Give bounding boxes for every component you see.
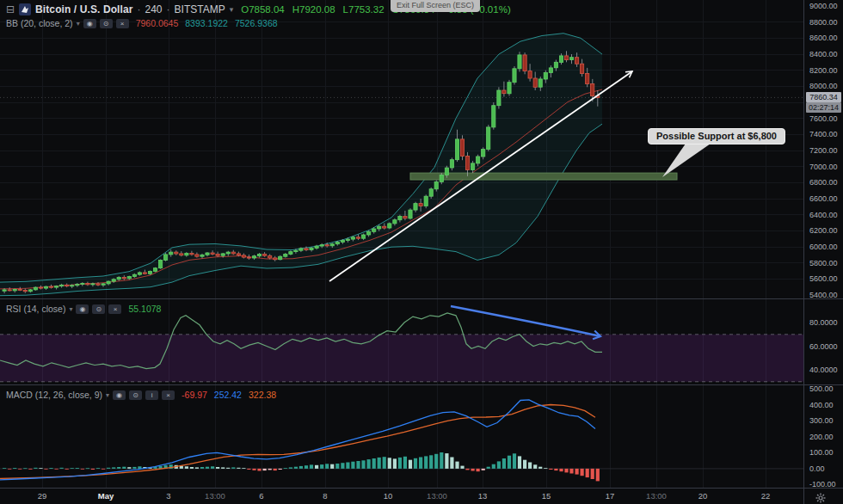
rsi-axis-label: 80.0000 — [809, 318, 838, 327]
chart-canvas[interactable] — [0, 0, 843, 504]
bb-indicator-values: 7960.06458393.19227526.9368 — [136, 18, 278, 28]
gear-icon[interactable]: ⊙ — [129, 390, 142, 400]
price-axis-label: 8400.00 — [809, 50, 838, 58]
macd-indicator-values: -69.97252.42322.38 — [182, 390, 276, 400]
price-axis-label: 6000.00 — [809, 243, 838, 251]
chevron-down-icon[interactable]: ▾ — [106, 391, 109, 399]
support-zone-drawing[interactable] — [410, 173, 677, 180]
time-axis-label: May — [87, 491, 125, 501]
price-axis-label: 7000.00 — [809, 163, 838, 171]
gear-icon[interactable]: ⊙ — [100, 19, 113, 28]
eye-icon[interactable]: ◉ — [76, 304, 89, 314]
bar-countdown-badge: 02:27:14 — [806, 102, 841, 113]
chevron-down-icon[interactable]: ▾ — [77, 20, 80, 28]
close-icon[interactable]: × — [116, 19, 129, 28]
interval-label[interactable]: 240 — [145, 3, 163, 15]
macd-series — [0, 400, 803, 482]
time-axis-label: 13:00 — [196, 491, 234, 501]
time-axis-label: 3 — [150, 491, 188, 501]
rsi-arrow-drawing[interactable] — [451, 306, 600, 336]
pane-dividers — [0, 0, 843, 504]
price-axis-label: 6800.00 — [809, 178, 838, 187]
macd-axis-label: 0.00 — [809, 464, 825, 473]
close-icon[interactable]: × — [108, 304, 121, 314]
time-axis[interactable]: 29May313:00681013:0013151713:002022 — [0, 489, 843, 504]
rsi-series — [0, 313, 803, 382]
macd-axis-label: 100.00 — [809, 448, 834, 457]
time-axis-label: 20 — [684, 491, 722, 501]
high-value: H7920.08 — [292, 4, 335, 15]
chevron-down-icon[interactable]: ▾ — [230, 5, 234, 14]
time-axis-label: 13:00 — [418, 491, 456, 501]
eye-icon[interactable]: ◉ — [113, 390, 126, 400]
bollinger-bands-series — [0, 34, 602, 296]
exit-fullscreen-tooltip: Exit Full Screen (ESC) — [391, 0, 480, 12]
chevron-down-icon[interactable]: ▾ — [69, 305, 72, 313]
macd-axis-label: -100.00 — [809, 480, 836, 489]
exchange-label[interactable]: BITSTAMP — [175, 3, 225, 15]
time-axis-label: 17 — [591, 491, 629, 501]
price-axis-label: 8600.00 — [809, 34, 838, 42]
time-axis-label: 13 — [464, 491, 501, 501]
last-price-badge: 7860.34 — [806, 92, 841, 102]
macd-axis-label: 500.00 — [809, 384, 834, 393]
indicator-value: 7960.0645 — [136, 18, 179, 28]
info-icon[interactable]: i — [145, 390, 158, 400]
close-icon[interactable]: × — [162, 390, 175, 400]
rsi-axis-label: 40.0000 — [809, 366, 838, 374]
price-axis-label: 5600.00 — [809, 274, 838, 283]
indicator-value: 8393.1922 — [185, 18, 228, 28]
bb-indicator-label[interactable]: BB (20, close, 2) — [6, 18, 73, 28]
tradingview-chart-window: ⊟ Bitcoin / U.S. Dollar · 240 · BITSTAMP… — [0, 0, 843, 504]
rsi-axis-label: 60.0000 — [809, 342, 838, 351]
indicator-value: 7526.9368 — [235, 18, 278, 28]
indicator-value: 322.38 — [249, 390, 276, 400]
bb-indicator-row: BB (20, close, 2) ▾ ◉ ⊙ × 7960.06458393.… — [6, 18, 278, 28]
price-axis-label: 6400.00 — [809, 211, 838, 219]
time-axis-label: 10 — [369, 491, 407, 501]
price-axis-label: 6200.00 — [809, 226, 838, 235]
price-axis-label: 8000.00 — [809, 82, 838, 90]
macd-axis-label: 400.00 — [809, 401, 834, 409]
collapse-panel-icon[interactable]: ⊟ — [6, 4, 15, 15]
rsi-indicator-value: 55.1078 — [128, 304, 161, 314]
exchange-logo-icon[interactable] — [19, 3, 31, 15]
price-axis-label: 7600.00 — [809, 114, 838, 123]
time-axis-label: 15 — [527, 491, 565, 501]
time-axis-label: 29 — [23, 491, 61, 501]
price-axis-label: 5800.00 — [809, 259, 838, 267]
macd-indicator-row: MACD (12, 26, close, 9) ▾ ◉ ⊙ i × -69.97… — [6, 390, 276, 400]
separator-dot: · — [138, 3, 141, 15]
separator-dot: · — [167, 3, 170, 15]
macd-axis-label: 300.00 — [809, 416, 834, 425]
support-callout-label[interactable]: Possible Support at $6,800 — [648, 128, 785, 144]
open-value: O7858.04 — [241, 4, 285, 15]
time-axis-label: 22 — [747, 491, 785, 501]
symbol-title[interactable]: Bitcoin / U.S. Dollar — [35, 3, 132, 15]
macd-indicator-label[interactable]: MACD (12, 26, close, 9) — [6, 390, 102, 400]
price-axis-label: 8800.00 — [809, 18, 838, 27]
price-axis-label: 6600.00 — [809, 194, 838, 203]
gear-icon[interactable]: ⊙ — [92, 304, 105, 314]
eye-icon[interactable]: ◉ — [83, 19, 96, 28]
price-axis-label: 8200.00 — [809, 66, 838, 75]
time-axis-label: 13:00 — [637, 491, 675, 501]
price-axis[interactable]: 7860.34 02:27:14 9000.008800.008600.0084… — [805, 0, 843, 504]
time-axis-label: 6 — [243, 491, 280, 501]
rsi-indicator-label[interactable]: RSI (14, close) — [6, 304, 65, 314]
price-axis-label: 7200.00 — [809, 146, 838, 155]
price-axis-label: 7400.00 — [809, 130, 838, 138]
indicator-value: -69.97 — [182, 390, 207, 400]
low-value: L7753.32 — [343, 4, 385, 15]
rsi-indicator-row: RSI (14, close) ▾ ◉ ⊙ × 55.1078 — [6, 304, 161, 314]
price-axis-label: 9000.00 — [809, 2, 838, 10]
macd-axis-label: 200.00 — [809, 433, 834, 441]
time-axis-label: 8 — [306, 491, 344, 501]
price-axis-label: 5400.00 — [809, 291, 838, 299]
indicator-value: 252.42 — [214, 390, 242, 400]
